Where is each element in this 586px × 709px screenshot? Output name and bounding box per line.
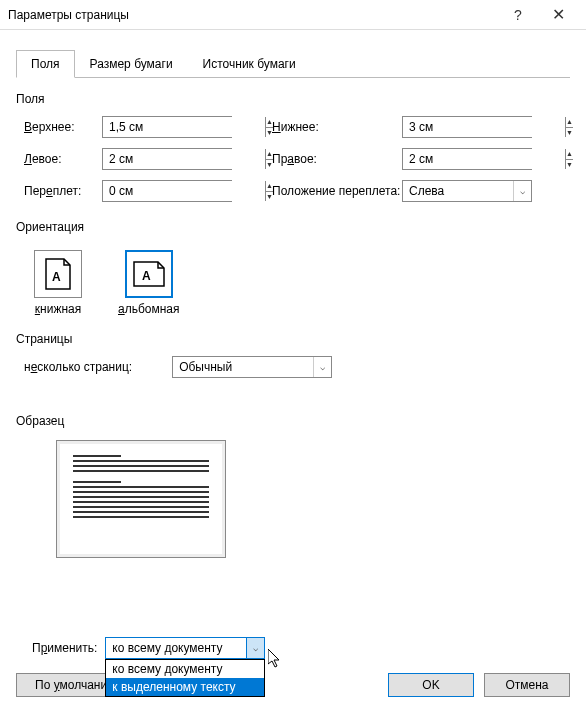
label-left-margin: Левое:	[24, 152, 102, 166]
input-top-margin[interactable]: ▲▼	[102, 116, 232, 138]
spinner-up-icon[interactable]: ▲	[566, 117, 573, 128]
chevron-down-icon[interactable]: ⌵	[313, 357, 331, 377]
label-multi-pages: несколько страниц:	[24, 360, 132, 374]
apply-to-dropdown: ко всему документу к выделенному тексту	[105, 659, 265, 697]
portrait-page-icon: A	[44, 257, 72, 291]
tab-paper-source[interactable]: Источник бумаги	[188, 50, 311, 78]
apply-option-selected-text[interactable]: к выделенному тексту	[106, 678, 264, 696]
tab-fields[interactable]: Поля	[16, 50, 75, 78]
select-apply-to[interactable]: ко всему документу ⌵	[105, 637, 265, 659]
mouse-cursor-icon	[268, 649, 284, 669]
section-pages-label: Страницы	[16, 332, 570, 346]
tab-bar: Поля Размер бумаги Источник бумаги	[16, 50, 570, 78]
page-preview	[56, 440, 226, 558]
close-button[interactable]: ✕	[538, 5, 578, 24]
spinner-down-icon[interactable]: ▼	[566, 160, 573, 170]
label-gutter-pos: Положение переплета:	[272, 184, 402, 198]
landscape-page-icon: A	[132, 260, 166, 288]
spinner-down-icon[interactable]: ▼	[566, 128, 573, 138]
select-gutter-pos[interactable]: Слева ⌵	[402, 180, 532, 202]
input-right-margin[interactable]: ▲▼	[402, 148, 532, 170]
select-multi-pages[interactable]: Обычный ⌵	[172, 356, 332, 378]
help-button[interactable]: ?	[498, 7, 538, 23]
input-left-margin[interactable]: ▲▼	[102, 148, 232, 170]
orientation-landscape[interactable]: A альбомная	[108, 244, 190, 322]
label-right-margin: Правое:	[272, 152, 402, 166]
orientation-portrait[interactable]: A книжная	[24, 244, 92, 322]
input-bottom-margin[interactable]: ▲▼	[402, 116, 532, 138]
svg-text:A: A	[142, 269, 151, 283]
orientation-portrait-label: книжная	[35, 302, 81, 316]
titlebar: Параметры страницы ? ✕	[0, 0, 586, 30]
cancel-button[interactable]: Отмена	[484, 673, 570, 697]
apply-option-whole-doc[interactable]: ко всему документу	[106, 660, 264, 678]
section-fields-label: Поля	[16, 92, 570, 106]
chevron-down-icon[interactable]: ⌵	[513, 181, 531, 201]
label-gutter: Переплет:	[24, 184, 102, 198]
svg-text:A: A	[52, 270, 61, 284]
tab-paper-size[interactable]: Размер бумаги	[75, 50, 188, 78]
label-apply-to: Применить:	[32, 637, 97, 655]
spinner-up-icon[interactable]: ▲	[566, 149, 573, 160]
orientation-landscape-label: альбомная	[118, 302, 180, 316]
chevron-down-icon[interactable]: ⌵	[246, 638, 264, 658]
section-preview-label: Образец	[16, 414, 570, 428]
label-top-margin: Верхнее:	[24, 120, 102, 134]
label-bottom-margin: Нижнее:	[272, 120, 402, 134]
section-orientation-label: Ориентация	[16, 220, 570, 234]
input-gutter[interactable]: ▲▼	[102, 180, 232, 202]
window-title: Параметры страницы	[8, 8, 498, 22]
ok-button[interactable]: OK	[388, 673, 474, 697]
